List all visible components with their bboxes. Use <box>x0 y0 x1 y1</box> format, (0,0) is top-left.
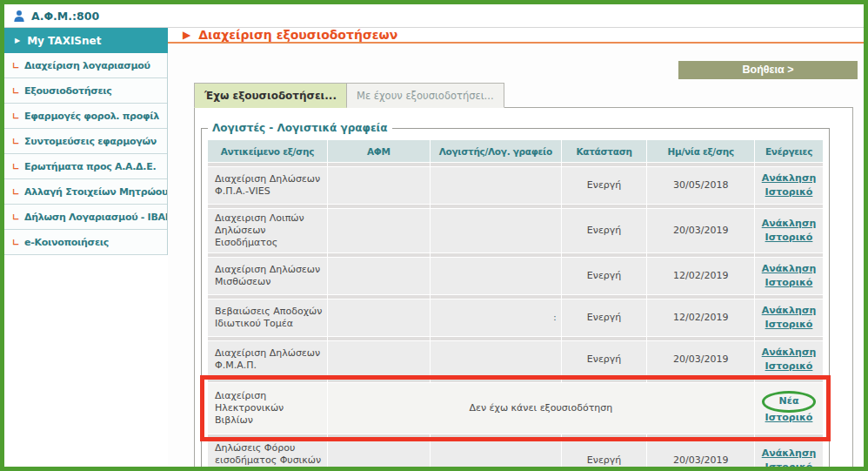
fieldset-legend: Λογιστές - Λογιστικά γραφεία <box>208 122 392 134</box>
col-subject: Αντικείμενο εξ/σης <box>208 140 327 162</box>
green-circle-annotation: Νέα <box>762 391 817 413</box>
col-date: Ημ/νία εξ/σης <box>647 140 754 162</box>
sidebar: ▶ My TAXISnet ∟ Διαχείριση λογαριασμού ∟… <box>4 28 168 466</box>
top-bar: Α.Φ.Μ.:800 <box>4 4 864 28</box>
spacer-row <box>208 253 823 257</box>
table-header-row: Αντικείμενο εξ/σης ΑΦΜ Λογιστής/Λογ. γρα… <box>208 140 823 162</box>
history-link[interactable]: Ιστορικό <box>759 232 818 244</box>
page-header: ▶ Διαχείριση εξουσιοδοτήσεων <box>168 28 864 44</box>
accountants-fieldset: Λογιστές - Λογιστικά γραφεία Αντικείμενο… <box>201 122 830 471</box>
afm-label: Α.Φ.Μ.:800 <box>31 10 99 23</box>
cell-subject: Διαχείριση Δηλώσεων Μισθώσεων <box>208 258 327 294</box>
sidebar-item-aade-questions[interactable]: ∟ Ερωτήματα προς Α.Α.Δ.Ε. <box>4 154 167 179</box>
sidebar-menu: ∟ Διαχείριση λογαριασμού ∟ Εξουσιοδοτήσε… <box>4 53 168 255</box>
sidebar-item-app-shortcuts[interactable]: ∟ Συντομεύσεις εφαρμογών <box>4 129 167 154</box>
cell-date: 12/02/2019 <box>647 299 754 336</box>
sidebar-active-label: My TAXISnet <box>27 35 101 47</box>
tab-bar: Έχω εξουσιοδοτήσει... Με έχουν εξουσιοδο… <box>194 83 864 108</box>
history-link[interactable]: Ιστορικό <box>759 319 818 331</box>
sidebar-item-label: Διαχείριση λογαριασμού <box>24 60 150 71</box>
cell-afm <box>328 341 430 378</box>
spacer-row <box>208 295 823 299</box>
revoke-link[interactable]: Ανάκληση <box>759 305 818 317</box>
sidebar-item-label: Ερωτήματα προς Α.Α.Δ.Ε. <box>24 161 156 172</box>
branch-icon: ∟ <box>12 212 19 222</box>
sidebar-item-label: Εξουσιοδοτήσεις <box>24 85 111 97</box>
col-accountant: Λογιστής/Λογ. γραφείο <box>431 140 561 162</box>
sidebar-item-label: Συντομεύσεις εφαρμογών <box>24 136 157 147</box>
cell-status: Ενεργή <box>562 341 647 378</box>
table-row: Διαχείριση Δηλώσεων Φ.Π.Α.-VIES Ενεργή 3… <box>208 167 823 204</box>
history-link[interactable]: Ιστορικό <box>759 360 818 373</box>
taxisnet-window: Α.Φ.Μ.:800 ▶ My TAXISnet ∟ Διαχείριση λο… <box>0 0 868 471</box>
branch-icon: ∟ <box>12 137 19 146</box>
history-link[interactable]: Ιστορικό <box>759 461 818 471</box>
help-button[interactable]: Βοήθεια > <box>678 61 858 79</box>
cell-subject: Διαχείριση Ηλεκτρονικών Βιβλίων <box>208 383 327 434</box>
user-icon <box>13 10 25 23</box>
cell-accountant <box>431 167 561 204</box>
table-row: Δηλώσεις Φόρου εισοδήματος Φυσικών Προσώ… <box>208 439 823 471</box>
spacer-row <box>208 379 823 382</box>
cell-subject: Δηλώσεις Φόρου εισοδήματος Φυσικών Προσώ… <box>208 439 327 471</box>
cell-date: 30/05/2018 <box>647 167 754 204</box>
cell-afm <box>328 299 430 336</box>
branch-icon: ∟ <box>12 187 19 197</box>
table-row: Διαχείριση Δηλώσεων Φ.Μ.Α.Π. Ενεργή 20/0… <box>208 341 823 378</box>
tab-i-have-authorized[interactable]: Έχω εξουσιοδοτήσει... <box>194 83 347 108</box>
branch-icon: ∟ <box>12 238 19 247</box>
page-title: Διαχείριση εξουσιοδοτήσεων <box>198 28 397 42</box>
table-row: Διαχείριση Δηλώσεων Μισθώσεων Ενεργή 12/… <box>208 258 823 294</box>
cell-status: Ενεργή <box>562 209 647 252</box>
cell-subject: Διαχειριση Λοιπών Δηλώσεων Εισοδήματος <box>208 209 327 252</box>
sidebar-item-my-taxisnet[interactable]: ▶ My TAXISnet <box>4 28 168 53</box>
tab-they-have-authorized-me[interactable]: Με έχουν εξουσιοδοτήσει... <box>347 83 504 108</box>
sidebar-item-e-notifications[interactable]: ∟ e-Κοινοποιήσεις <box>4 230 167 255</box>
sidebar-item-registry-change[interactable]: ∟ Αλλαγή Στοιχείων Μητρώου <box>4 179 167 205</box>
cell-status: Ενεργή <box>562 299 647 336</box>
history-link[interactable]: Ιστορικό <box>759 277 818 289</box>
sidebar-active-arrow-icon: ▶ <box>15 37 20 44</box>
sidebar-item-tax-profile-apps[interactable]: ∟ Εφαρμογές φορολ. προφίλ <box>4 104 167 129</box>
authorizations-table: Αντικείμενο εξ/σης ΑΦΜ Λογιστής/Λογ. γρα… <box>207 139 824 471</box>
spacer-row <box>208 337 823 340</box>
sidebar-item-iban-declaration[interactable]: ∟ Δήλωση Λογαριασμού - IBAN <box>4 205 167 230</box>
cell-status: Ενεργή <box>562 439 647 471</box>
revoke-link[interactable]: Ανάκληση <box>759 347 818 359</box>
history-link[interactable]: Ιστορικό <box>759 186 818 198</box>
cell-status: Ενεργή <box>562 258 647 294</box>
spacer-row <box>208 163 823 166</box>
table-row: Διαχειριση Λοιπών Δηλώσεων Εισοδήματος Ε… <box>208 209 823 252</box>
cell-accountant <box>431 341 561 378</box>
cell-subject: Διαχείριση Δηλώσεων Φ.Μ.Α.Π. <box>208 341 327 378</box>
cell-date: 12/02/2019 <box>647 258 754 294</box>
revoke-link[interactable]: Ανάκληση <box>759 263 818 275</box>
sidebar-item-account-management[interactable]: ∟ Διαχείριση λογαριασμού <box>4 53 167 78</box>
spacer-row <box>208 205 823 208</box>
revoke-link[interactable]: Ανάκληση <box>759 218 818 230</box>
col-actions: Ενέργειες <box>755 140 823 162</box>
cell-accountant <box>431 439 561 471</box>
branch-icon: ∟ <box>12 162 19 172</box>
branch-icon: ∟ <box>12 111 19 121</box>
revoke-link[interactable]: Ανάκληση <box>759 172 818 185</box>
revoke-link[interactable]: Ανάκληση <box>759 447 818 460</box>
branch-icon: ∟ <box>12 61 19 71</box>
cell-date: 20/03/2019 <box>647 209 754 252</box>
content-area: ▶ Διαχείριση εξουσιοδοτήσεων Βοήθεια > Έ… <box>168 28 864 466</box>
sidebar-item-label: Αλλαγή Στοιχείων Μητρώου <box>24 186 167 198</box>
redaction-artifact: : <box>431 299 561 336</box>
cell-accountant <box>431 258 561 294</box>
table-row-highlighted: Διαχείριση Ηλεκτρονικών Βιβλίων Δεν έχω … <box>208 383 823 434</box>
sidebar-item-label: e-Κοινοποιήσεις <box>24 237 109 248</box>
sidebar-item-authorizations[interactable]: ∟ Εξουσιοδοτήσεις <box>4 78 167 104</box>
table-row: Βεβαιώσεις Αποδοχών Ιδιωτικού Τομέα : Εν… <box>208 299 823 336</box>
cell-afm <box>328 439 430 471</box>
cell-date: 20/03/2019 <box>647 439 754 471</box>
new-authorization-link[interactable]: Νέα <box>759 393 818 410</box>
history-link[interactable]: Ιστορικό <box>759 412 818 424</box>
cell-subject: Βεβαιώσεις Αποδοχών Ιδιωτικού Τομέα <box>208 299 327 336</box>
branch-icon: ∟ <box>12 86 19 96</box>
sidebar-item-label: Δήλωση Λογαριασμού - IBAN <box>24 212 167 223</box>
cell-accountant <box>431 209 561 252</box>
